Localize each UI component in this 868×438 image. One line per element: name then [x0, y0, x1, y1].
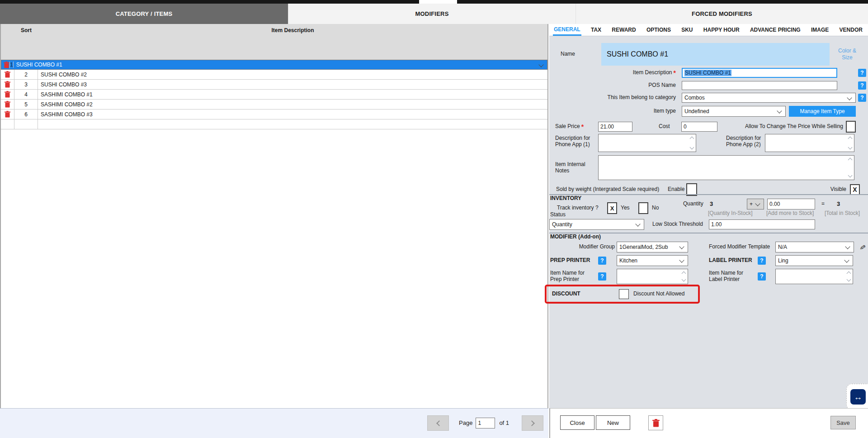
allow-change-price-label: Allow To Change The Price While Selling: [741, 124, 843, 130]
top-notch: [419, 0, 457, 4]
row-item-description[interactable]: SASHIMI COMBO #3: [38, 110, 547, 119]
status-select[interactable]: Quantity: [549, 219, 644, 230]
row-sort-number: 1: [10, 62, 14, 68]
row-sort-number: 3: [14, 80, 38, 89]
item-type-label: Item type: [549, 108, 676, 114]
delete-item-button[interactable]: [1, 70, 14, 79]
forced-template-label: Forced Modifier Template: [709, 244, 770, 250]
label-printer-select[interactable]: Ling: [775, 255, 853, 266]
section-divider: [549, 194, 868, 195]
help-icon[interactable]: ?: [858, 94, 866, 102]
quantity-label: Quantity: [683, 201, 703, 207]
item-name-label-textarea[interactable]: [775, 269, 853, 284]
total-caption: [Total in Stock]: [825, 210, 860, 217]
delete-item-button[interactable]: [1, 80, 14, 89]
forced-template-select[interactable]: N/A: [775, 242, 854, 252]
category-label: This Item belong to category: [549, 95, 676, 101]
tab-tax[interactable]: TAX: [590, 24, 602, 36]
items-table-header: Sort Item Description: [1, 24, 547, 60]
next-page-button[interactable]: [522, 415, 543, 431]
new-button[interactable]: New: [596, 415, 630, 430]
modifier-group-label: Modifier Group: [558, 244, 615, 250]
prep-printer-select[interactable]: Kitchen: [617, 255, 688, 266]
row-item-description[interactable]: SUSHI COMBO #3: [38, 80, 547, 89]
item-name-prep-textarea[interactable]: [617, 269, 688, 284]
help-icon[interactable]: ?: [598, 272, 606, 281]
allow-change-price-checkbox[interactable]: [846, 121, 856, 133]
desc-phone-app1-label: Description for Phone App (1): [555, 134, 597, 148]
sale-price-input[interactable]: [598, 122, 632, 132]
desc-phone-app2-textarea[interactable]: [765, 134, 854, 152]
tab-category-items[interactable]: CATEGORY / ITEMS: [0, 4, 288, 24]
modifier-group-select[interactable]: 1GeneralMod, 2Sub: [617, 242, 688, 252]
pos-name-input[interactable]: [682, 81, 837, 90]
row-item-description[interactable]: SUSHI COMBO #2: [38, 70, 547, 79]
visible-checkbox[interactable]: X: [850, 184, 860, 195]
chevron-right-icon: [529, 420, 535, 426]
close-button[interactable]: Close: [560, 415, 594, 430]
category-select[interactable]: Combos: [682, 93, 856, 103]
add-more-stock-input[interactable]: [767, 199, 815, 209]
trash-icon: [5, 91, 10, 98]
quantity-in-stock-value: 3: [710, 201, 713, 208]
item-name-display: SUSHI COMBO #1: [601, 43, 830, 66]
manage-item-type-button[interactable]: Manage Item Type: [789, 106, 856, 117]
name-label: Name: [561, 51, 575, 57]
row-item-description[interactable]: SASHIMI COMBO #1: [38, 90, 547, 99]
low-stock-threshold-label: Low Stock Threshold: [652, 221, 703, 228]
color-size-link[interactable]: Color & Size: [832, 48, 862, 61]
tab-forced-modifiers[interactable]: FORCED MODIFIERS: [576, 4, 868, 24]
prev-page-button[interactable]: [427, 415, 449, 431]
desc-phone-app1-textarea[interactable]: [598, 134, 696, 152]
tab-vendor[interactable]: VENDOR: [839, 24, 863, 36]
row-sort-number: 4: [14, 90, 38, 99]
item-type-select[interactable]: Undefined: [682, 106, 786, 117]
tab-happy-hour[interactable]: HAPPY HOUR: [703, 24, 741, 36]
sort-column-header: Sort: [14, 24, 38, 60]
delete-item-button[interactable]: [1, 90, 14, 99]
item-description-input[interactable]: SUSHI COMBO #1: [682, 68, 837, 78]
tab-image[interactable]: IMAGE: [810, 24, 830, 36]
help-icon[interactable]: ?: [858, 81, 866, 90]
trash-column-header: [1, 24, 14, 60]
low-stock-threshold-input[interactable]: [709, 219, 815, 229]
row-item-description[interactable]: SUSHI COMBO #1: [14, 62, 62, 68]
items-list-panel: Sort Item Description 1 SUSHI COMBO #1 2…: [0, 24, 548, 408]
delete-item-button[interactable]: [4, 62, 10, 68]
tab-modifiers[interactable]: MODIFIERS: [288, 4, 576, 24]
overlay-bubble: [846, 384, 868, 410]
help-icon[interactable]: ?: [758, 257, 766, 265]
page-number-input[interactable]: [476, 418, 495, 428]
tab-advance-pricing[interactable]: ADVANCE PRICING: [749, 24, 802, 36]
help-icon[interactable]: ?: [598, 257, 606, 265]
discount-not-allowed-checkbox[interactable]: [619, 289, 629, 299]
stock-operator-select[interactable]: +: [747, 199, 764, 209]
help-icon[interactable]: ?: [858, 69, 866, 77]
prep-printer-label: PREP PRINTER: [550, 257, 590, 264]
tab-reward[interactable]: REWARD: [611, 24, 637, 36]
delete-item-button[interactable]: [1, 100, 14, 109]
table-row[interactable]: 4 SASHIMI COMBO #1: [1, 90, 547, 100]
teamviewer-icon[interactable]: [850, 389, 866, 405]
delete-item-button[interactable]: [1, 110, 14, 119]
row-item-description[interactable]: SASHIMI COMBO #2: [38, 100, 547, 109]
item-internal-notes-textarea[interactable]: [598, 155, 854, 180]
description-column-header: Item Description: [38, 24, 547, 60]
delete-button[interactable]: [648, 415, 663, 430]
table-row[interactable]: 6 SASHIMI COMBO #3: [1, 110, 547, 119]
table-row[interactable]: 2 SUSHI COMBO #2: [1, 70, 547, 80]
table-row[interactable]: 1 SUSHI COMBO #1: [1, 60, 547, 70]
trash-icon: [5, 81, 10, 88]
discount-section-title: DISCOUNT: [552, 291, 580, 297]
table-row[interactable]: 5 SASHIMI COMBO #2: [1, 100, 547, 110]
help-icon[interactable]: ?: [758, 272, 766, 281]
tab-sku[interactable]: SKU: [680, 24, 693, 36]
trash-icon: [652, 419, 660, 427]
discount-highlight-box: DISCOUNT Discount Not Allowed: [545, 285, 700, 304]
table-row[interactable]: 3 SUSHI COMBO #3: [1, 80, 547, 90]
cost-input[interactable]: [681, 122, 717, 132]
tab-general[interactable]: GENERAL: [553, 24, 581, 36]
save-button[interactable]: Save: [830, 416, 856, 429]
tab-options[interactable]: OPTIONS: [646, 24, 672, 36]
edit-icon[interactable]: [859, 242, 867, 252]
